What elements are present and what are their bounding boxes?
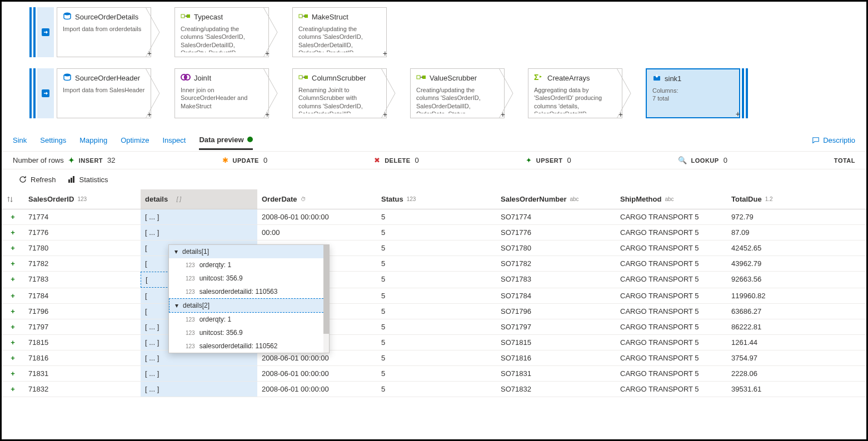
search-icon: 🔍 [678, 156, 687, 164]
flow-node-valuescrubber[interactable]: ValueScrubberCreating/updating the colum… [410, 68, 505, 118]
node-title: JoinIt [181, 73, 263, 83]
cell-orderdate: 2008-06-01 00:00:00 [257, 382, 377, 397]
table-row[interactable]: +71832[ ... ]2008-06-01 00:00:005SO71832… [2, 382, 866, 397]
cell-details[interactable]: [ ... ] [141, 366, 257, 381]
cell-salesordernumber: SO71796 [496, 304, 616, 319]
cell-details[interactable]: [ ... ] [141, 225, 257, 240]
cell-totaldue: 3754.97 [727, 350, 827, 365]
refresh-icon [18, 175, 27, 184]
flow-node-typecast[interactable]: TypecastCreating/updating the columns 'S… [174, 7, 269, 57]
svg-text:Σ: Σ [534, 73, 538, 81]
cell-orderdate: 2008-06-01 00:00:00 [257, 209, 377, 224]
cell-details[interactable]: [ ... ] [141, 209, 257, 224]
tabs-bar: Sink Settings Mapping Optimize Inspect D… [2, 129, 866, 152]
col-salesordernumber[interactable]: SalesOrderNumber abc [496, 189, 616, 209]
cell-salesorderid: 71776 [24, 225, 141, 240]
add-step-button[interactable]: + [736, 109, 740, 118]
svg-rect-4 [299, 14, 302, 18]
statistics-button[interactable]: Statistics [67, 175, 108, 184]
tab-data-preview[interactable]: Data preview [199, 131, 252, 150]
table-row[interactable]: +71784[00:005SO71784CARGO TRANSPORT 5119… [2, 288, 866, 304]
cell-salesorderid: 71774 [24, 209, 141, 224]
tab-optimize[interactable]: Optimize [121, 132, 149, 149]
svg-point-1 [64, 13, 71, 16]
node-title: SourceOrderHeader [63, 73, 145, 83]
row-insert-marker: + [2, 240, 24, 255]
cell-totaldue: 63686.27 [727, 304, 827, 319]
flow-node-createarrays[interactable]: Σ▸CreateArraysAggregating data by 'Sales… [528, 68, 622, 118]
col-shipmethod[interactable]: ShipMethod abc [616, 189, 727, 209]
cell-status: 5 [377, 288, 496, 303]
node-title: Σ▸CreateArrays [534, 73, 616, 83]
svg-rect-2 [181, 14, 184, 18]
sort-column[interactable] [2, 189, 24, 209]
cell-totaldue: 42452.65 [727, 240, 827, 255]
x-icon: ✖ [374, 156, 380, 164]
flow-start [29, 7, 54, 57]
tab-inspect[interactable]: Inspect [162, 132, 186, 149]
node-desc: Aggregating data by 'SalesOrderID' produ… [534, 86, 616, 113]
tab-sink[interactable]: Sink [13, 132, 27, 149]
cell-status: 5 [377, 304, 496, 319]
flow-node-joinit[interactable]: JoinItInner join on SourceOrderHeader an… [174, 68, 269, 118]
row-insert-marker: + [2, 209, 24, 224]
stats-icon [67, 175, 76, 184]
svg-rect-5 [305, 14, 308, 18]
upsert-count: ✦ UPSERT 0 [526, 156, 571, 164]
update-count: ✱ UPDATE 0 [222, 156, 268, 164]
flow-node-sourceorderdetails[interactable]: SourceOrderDetailsImport data from order… [57, 7, 151, 57]
refresh-button[interactable]: Refresh [18, 175, 56, 184]
col-status[interactable]: Status 123 [377, 189, 496, 209]
table-row[interactable]: +71783[00:005SO71783CARGO TRANSPORT 5926… [2, 272, 866, 288]
comment-icon [812, 137, 820, 144]
cell-status: 5 [377, 209, 496, 224]
popup-section-1[interactable]: ▾ details[1] [169, 245, 329, 258]
cell-shipmethod: CARGO TRANSPORT 5 [616, 335, 727, 350]
row-insert-marker: + [2, 304, 24, 319]
flow-end [740, 68, 748, 118]
popup-property: 123unitcost: 356.9 [169, 272, 329, 285]
table-row[interactable]: +71831[ ... ]2008-06-01 00:00:005SO71831… [2, 366, 866, 382]
svg-rect-13 [422, 76, 426, 79]
node-title: Typecast [181, 12, 263, 22]
cell-shipmethod: CARGO TRANSPORT 5 [616, 319, 727, 334]
flow-node-columnscrubber[interactable]: ColumnScrubberRenaming JoinIt to ColumnS… [292, 68, 387, 118]
table-row[interactable]: +71774[ ... ]2008-06-01 00:00:005SO71774… [2, 209, 866, 225]
svg-rect-10 [299, 76, 302, 79]
cell-salesorderid: 71831 [24, 366, 141, 381]
db-icon [63, 12, 72, 22]
flow-node-sourceorderheader[interactable]: SourceOrderHeaderImport data from SalesH… [57, 68, 151, 118]
table-row[interactable]: +71780[00:005SO71780CARGO TRANSPORT 5424… [2, 240, 866, 256]
svg-rect-18 [71, 178, 72, 183]
tab-settings[interactable]: Settings [40, 132, 66, 149]
table-row[interactable]: +71782[00:005SO71782CARGO TRANSPORT 5439… [2, 256, 866, 272]
table-row[interactable]: +71796[00:005SO71796CARGO TRANSPORT 5636… [2, 304, 866, 319]
col-salesorderid[interactable]: SalesOrderID 123 [24, 189, 141, 209]
popup-scrollbar[interactable] [323, 245, 329, 353]
flow-node-sink1[interactable]: sink1Columns:7 total+ [646, 68, 740, 118]
tab-mapping[interactable]: Mapping [79, 132, 107, 149]
description-link[interactable]: Descriptio [812, 136, 855, 144]
col-orderdate[interactable]: OrderDate ⏱ [257, 189, 377, 209]
cell-shipmethod: CARGO TRANSPORT 5 [616, 366, 727, 381]
details-popup: ▾ details[1] 123orderqty: 1123unitcost: … [168, 244, 330, 353]
popup-section-2[interactable]: ▾ details[2] [169, 298, 329, 313]
table-row[interactable]: +71776[ ... ]00:005SO71776CARGO TRANSPOR… [2, 225, 866, 240]
table-row[interactable]: +71797[ ... ]2008-06-01 00:00:005SO71797… [2, 319, 866, 335]
node-title: ColumnScrubber [298, 73, 381, 83]
col-details[interactable]: details [ ] [141, 189, 257, 209]
table-row[interactable]: +71815[ ... ]2008-06-01 00:00:005SO71815… [2, 335, 866, 350]
add-step-button[interactable]: + [383, 49, 387, 58]
cell-totaldue: 92663.56 [727, 272, 827, 288]
aggregate-icon: Σ▸ [534, 73, 544, 83]
col-totaldue[interactable]: TotalDue 1.2 [727, 189, 827, 209]
flow-node-makestruct[interactable]: MakeStructCreating/updating the columns … [292, 7, 387, 57]
table-row[interactable]: +71816[ ... ]2008-06-01 00:00:005SO71816… [2, 350, 866, 366]
cell-salesordernumber: SO71797 [496, 319, 616, 334]
cell-totaldue: 87.09 [727, 225, 827, 240]
cell-details[interactable]: [ ... ] [141, 382, 257, 397]
cell-salesordernumber: SO71784 [496, 288, 616, 303]
star-icon: ✱ [222, 156, 228, 164]
cell-totaldue: 86222.81 [727, 319, 827, 334]
cell-salesordernumber: SO71780 [496, 240, 616, 255]
